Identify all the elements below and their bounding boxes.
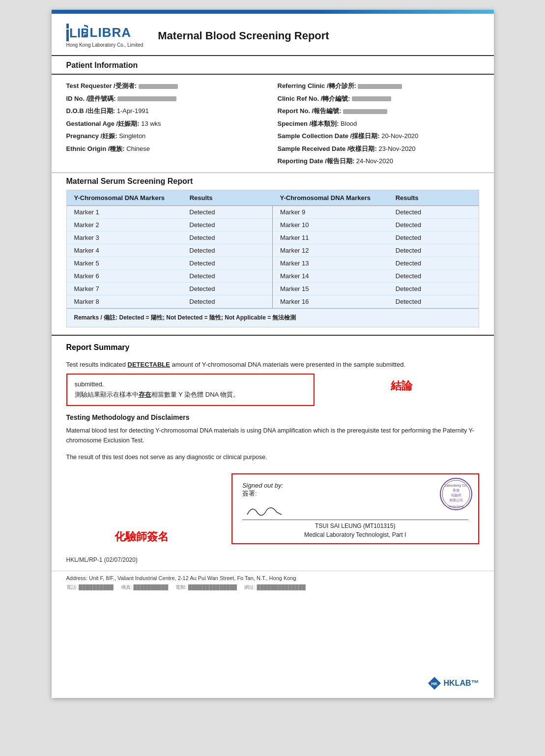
- col-header-result2: Results: [388, 190, 479, 205]
- report-page: LIBR LIBRA Hong Kong Laboratory Co., Lim…: [52, 10, 494, 698]
- top-bar: [52, 10, 494, 14]
- footer-contact: 電話: ██████████ 傳真: ██████████ 電郵: ██████…: [52, 582, 494, 596]
- summary-text: Test results indicated DETECTABLE amount…: [52, 356, 494, 374]
- footer-web: 網址: ██████████████: [244, 584, 306, 591]
- svg-text:HK: HK: [431, 681, 437, 686]
- methodology-text2: The result of this test does not serve a…: [52, 451, 494, 464]
- signature-label-red: 化驗師簽名: [66, 529, 217, 544]
- svg-text:化驗所: 化驗所: [451, 494, 461, 497]
- patient-row-requester: Test Requester /受測者:: [66, 80, 268, 92]
- svg-rect-1: [66, 24, 69, 29]
- summary-red-box: submitted. 測驗結果顯示在樣本中存在相當數量 Y 染色體 DNA 物質…: [66, 374, 315, 406]
- signature-row: 化驗師簽名 Laboratory Co. 香港 化驗所 有限公司 Hong Ko…: [52, 464, 494, 554]
- report-title: Maternal Blood Screening Report: [158, 29, 329, 42]
- table-row: Marker 12Detected: [273, 244, 479, 257]
- footer-address: Address: Unit F, 8/F., Valiant Industria…: [52, 571, 494, 582]
- patient-info-right: Referring Clinic /轉介診所: Clinic Ref No. /…: [278, 80, 479, 168]
- table-row: Marker 15Detected: [273, 283, 479, 295]
- footer-logo-right: HK HKLAB™: [427, 676, 479, 691]
- svg-text:有限公司: 有限公司: [449, 498, 463, 502]
- patient-row-reporting-date: Reporting Date /報告日期: 24-Nov-2020: [278, 155, 479, 168]
- table-row: Marker 3Detected: [67, 232, 273, 244]
- company-stamp: Laboratory Co. 香港 化驗所 有限公司 Hong Kong: [439, 477, 473, 511]
- report-summary-title: Report Summary: [52, 335, 494, 356]
- patient-info-title: Patient Information: [52, 56, 494, 75]
- table-row: Marker 4Detected: [67, 244, 273, 257]
- logo-subtitle: Hong Kong Laboratory Co., Limited: [66, 42, 143, 48]
- signer-title: Medical Laboratory Technologist, Part I: [242, 531, 468, 538]
- remarks: Remarks / 備註: Detected = 陽性; Not Detecte…: [67, 308, 479, 327]
- table-row: Marker 8Detected: [67, 295, 273, 308]
- logo-brand: LIBRA: [90, 25, 131, 40]
- right-markers: Marker 9Detected Marker 10Detected Marke…: [273, 206, 479, 308]
- col-header-marker2: Y-Chromosomal DNA Markers: [273, 190, 388, 205]
- table-row: Marker 2Detected: [67, 219, 273, 232]
- table-row: Marker 1Detected: [67, 206, 273, 219]
- summary-box-row: submitted. 測驗結果顯示在樣本中存在相當數量 Y 染色體 DNA 物質…: [52, 374, 494, 406]
- table-row: Marker 14Detected: [273, 270, 479, 283]
- signed-out-label: Signed out by:: [242, 482, 468, 489]
- signature-line: [242, 500, 468, 520]
- logo-area: LIBR LIBRA Hong Kong Laboratory Co., Lim…: [66, 24, 143, 48]
- signer-name: TSUI SAI LEUNG (MT101315): [242, 523, 468, 529]
- table-row: Marker 5Detected: [67, 257, 273, 270]
- chinese-underline: 存在: [139, 391, 151, 398]
- table-body: Marker 1Detected Marker 2Detected Marker…: [67, 206, 479, 308]
- hklab-brand: HKLAB™: [444, 679, 479, 688]
- patient-info: Test Requester /受測者: ID No. /證件號碼: D.O.B…: [52, 75, 494, 173]
- svg-text:Hong Kong: Hong Kong: [448, 505, 463, 508]
- signature-box: Laboratory Co. 香港 化驗所 有限公司 Hong Kong Sig…: [231, 473, 479, 544]
- footer-fax: 傳真: ██████████: [121, 584, 168, 591]
- table-row: Marker 13Detected: [273, 257, 479, 270]
- table-row: Marker 16Detected: [273, 295, 479, 308]
- table-row: Marker 7Detected: [67, 283, 273, 295]
- footer-phone: 電話: ██████████: [66, 584, 114, 591]
- patient-row-specimen: Specimen /樣本類別: Blood: [278, 117, 479, 130]
- methodology-text1: Maternal blood test for detecting Y-chro…: [52, 424, 494, 447]
- screening-table: Y-Chromosomal DNA Markers Results Y-Chro…: [66, 190, 479, 327]
- detectable-word: DETECTABLE: [128, 361, 170, 368]
- patient-row-ethnic: Ethnic Origin /種族: Chinese: [66, 143, 268, 155]
- svg-text:LIBR: LIBR: [69, 26, 88, 40]
- patient-row-received-date: Sample Received Date /收樣日期: 23-Nov-2020: [278, 143, 479, 155]
- header: LIBR LIBRA Hong Kong Laboratory Co., Lim…: [52, 14, 494, 56]
- hklab-diamond-icon: HK: [427, 676, 442, 691]
- patient-row-collection-date: Sample Collection Date /採樣日期: 20-Nov-202…: [278, 130, 479, 143]
- serum-section-title: Maternal Serum Screening Report: [52, 173, 494, 190]
- patient-info-left: Test Requester /受測者: ID No. /證件號碼: D.O.B…: [66, 80, 268, 168]
- col-header-marker1: Y-Chromosomal DNA Markers: [67, 190, 182, 205]
- patient-row-pregnancy: Pregnancy /妊娠: Singleton: [66, 130, 268, 143]
- logo-text: LIBR LIBRA: [66, 24, 143, 41]
- patient-row-dob: D.O.B /出生日期: 1-Apr-1991: [66, 105, 268, 117]
- logo-icon: LIBR: [66, 24, 88, 41]
- table-header: Y-Chromosomal DNA Markers Results Y-Chro…: [67, 190, 479, 206]
- methodology-title: Testing Methodology and Disclaimers: [52, 406, 494, 424]
- patient-row-id: ID No. /證件號碼:: [66, 92, 268, 105]
- signed-chinese: 簽署:: [242, 489, 468, 498]
- svg-text:Laboratory Co.: Laboratory Co.: [444, 484, 467, 488]
- table-row: Marker 6Detected: [67, 270, 273, 283]
- footer-email: 電郵: ██████████████: [175, 584, 237, 591]
- table-row: Marker 11Detected: [273, 232, 479, 244]
- footer-ref: HKL/ML/RP-1 (02/07/2020): [52, 554, 494, 566]
- table-row: Marker 9Detected: [273, 206, 479, 219]
- table-row: Marker 10Detected: [273, 219, 479, 232]
- patient-row-report-no: Report No. /報告編號:: [278, 105, 479, 117]
- svg-rect-0: [66, 29, 69, 41]
- left-markers: Marker 1Detected Marker 2Detected Marker…: [67, 206, 273, 308]
- svg-text:香港: 香港: [453, 489, 459, 492]
- signature-svg: [242, 502, 291, 520]
- patient-row-clinic: Referring Clinic /轉介診所:: [278, 80, 479, 92]
- patient-row-ga: Gestational Age /妊娠期: 13 wks: [66, 117, 268, 130]
- col-header-result1: Results: [182, 190, 273, 205]
- patient-row-clinic-ref: Clinic Ref No. /轉介編號:: [278, 92, 479, 105]
- conclusion-label: 結論: [324, 374, 479, 393]
